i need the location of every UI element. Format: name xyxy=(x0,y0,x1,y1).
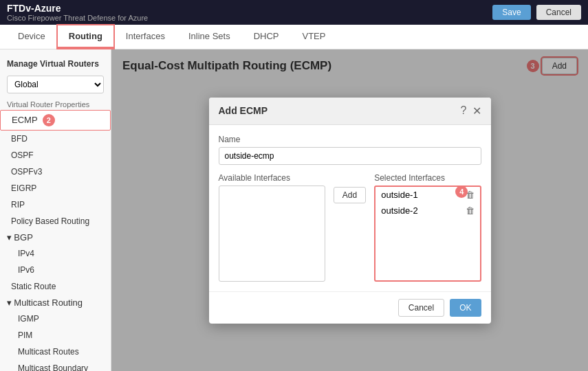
add-interface-col: Add xyxy=(334,173,366,203)
close-icon[interactable]: ✕ xyxy=(472,104,481,117)
sidebar-item-pim[interactable]: PIM xyxy=(0,327,111,344)
sidebar-item-static-route[interactable]: Static Route xyxy=(0,278,111,295)
manage-routers-label: Manage Virtual Routers xyxy=(0,55,111,71)
interfaces-row: Available Interfaces Add Selected Interf… xyxy=(219,173,481,282)
tab-device[interactable]: Device xyxy=(7,25,56,49)
chevron-icon-2: ▾ xyxy=(7,297,12,308)
modal-footer: Cancel OK xyxy=(209,291,491,324)
available-interfaces-box xyxy=(219,186,325,282)
help-icon[interactable]: ? xyxy=(461,104,467,117)
multicast-group[interactable]: ▾ Multicast Routing xyxy=(0,295,111,311)
step-badge-4: 4 xyxy=(455,186,468,198)
delete-outside-2-icon[interactable]: 🗑 xyxy=(466,205,475,216)
app-title: FTDv-Azure xyxy=(7,3,148,14)
sidebar: Manage Virtual Routers Global Virtual Ro… xyxy=(0,49,111,371)
modal-body: Name Available Interfaces Add xyxy=(209,125,491,291)
tab-routing[interactable]: Routing xyxy=(58,25,113,49)
sidebar-item-ipv6[interactable]: IPv6 xyxy=(0,262,111,278)
app-info: FTDv-Azure Cisco Firepower Threat Defens… xyxy=(7,3,148,22)
modal-header: Add ECMP ? ✕ xyxy=(209,98,491,125)
modal-cancel-button[interactable]: Cancel xyxy=(398,299,444,317)
modal-header-icons: ? ✕ xyxy=(461,104,481,117)
tab-dhcp[interactable]: DHCP xyxy=(243,25,290,49)
selected-label: Selected Interfaces xyxy=(374,173,445,183)
sidebar-item-bfd[interactable]: BFD xyxy=(0,131,111,147)
add-ecmp-modal: Add ECMP ? ✕ Name Available Interfaces xyxy=(209,98,491,324)
app-subtitle: Cisco Firepower Threat Defense for Azure xyxy=(7,14,148,22)
sidebar-item-igmp[interactable]: IGMP xyxy=(0,311,111,327)
sidebar-item-ipv4[interactable]: IPv4 xyxy=(0,245,111,262)
modal-overlay: Add ECMP ? ✕ Name Available Interfaces xyxy=(111,49,588,371)
tab-interfaces[interactable]: Interfaces xyxy=(115,25,176,49)
save-button[interactable]: Save xyxy=(492,5,530,20)
top-bar: FTDv-Azure Cisco Firepower Threat Defens… xyxy=(0,0,588,25)
main-content: Equal-Cost Multipath Routing (ECMP) 3 Ad… xyxy=(111,49,588,371)
selected-item-outside-2: outside-2 🗑 xyxy=(375,203,479,218)
modal-ok-button[interactable]: OK xyxy=(450,299,481,317)
tab-inline-sets[interactable]: Inline Sets xyxy=(177,25,241,49)
selected-interfaces-col: Selected Interfaces outside-1 🗑 outside-… xyxy=(374,173,481,282)
name-label: Name xyxy=(219,135,481,144)
add-interface-button[interactable]: Add xyxy=(334,187,366,203)
sidebar-item-rip[interactable]: RIP xyxy=(0,196,111,213)
cancel-button[interactable]: Cancel xyxy=(536,5,581,20)
sidebar-item-policy-based-routing[interactable]: Policy Based Routing xyxy=(0,213,111,229)
sidebar-item-multicast-boundary-filter[interactable]: Multicast Boundary Filter xyxy=(0,360,111,371)
sidebar-item-multicast-routes[interactable]: Multicast Routes xyxy=(0,344,111,360)
selected-interfaces-box: outside-1 🗑 outside-2 🗑 4 xyxy=(374,186,481,282)
interface-name-outside-2: outside-2 xyxy=(381,205,417,216)
top-bar-buttons: Save Cancel xyxy=(492,5,581,20)
chevron-icon: ▾ xyxy=(7,232,12,243)
available-interfaces-col: Available Interfaces xyxy=(219,173,325,282)
nav-tabs: Device Routing Interfaces Inline Sets DH… xyxy=(0,25,588,49)
name-input[interactable] xyxy=(219,147,481,165)
virtual-router-dropdown[interactable]: Global xyxy=(7,76,104,93)
sidebar-item-eigrp[interactable]: EIGRP xyxy=(0,180,111,196)
available-label: Available Interfaces xyxy=(219,173,325,183)
bgp-group[interactable]: ▾ BGP xyxy=(0,229,111,245)
router-properties-label: Virtual Router Properties xyxy=(0,98,111,110)
sidebar-item-ospf[interactable]: OSPF xyxy=(0,147,111,164)
interface-name-outside-1: outside-1 xyxy=(381,190,417,200)
main-layout: Manage Virtual Routers Global Virtual Ro… xyxy=(0,49,588,371)
modal-title: Add ECMP xyxy=(219,105,268,116)
step-badge-2: 2 xyxy=(43,114,55,126)
tab-vtep[interactable]: VTEP xyxy=(291,25,336,49)
sidebar-item-ecmp[interactable]: ECMP 2 xyxy=(0,110,111,131)
sidebar-item-ospfv3[interactable]: OSPFv3 xyxy=(0,164,111,180)
